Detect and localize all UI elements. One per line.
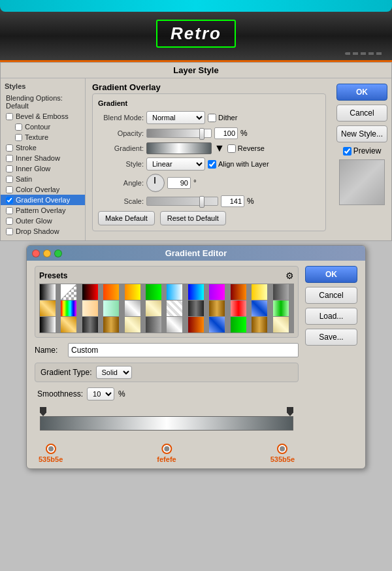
scale-input[interactable] xyxy=(221,195,244,207)
blend-mode-select[interactable]: Normal xyxy=(146,111,205,124)
preset-swatch[interactable] xyxy=(146,301,161,316)
color-overlay-checkbox[interactable] xyxy=(6,186,13,193)
angle-input[interactable] xyxy=(167,177,191,189)
ok-button[interactable]: OK xyxy=(336,84,387,101)
preset-swatch[interactable] xyxy=(167,317,182,333)
preset-swatch[interactable] xyxy=(103,284,119,300)
inner-shadow-checkbox[interactable] xyxy=(6,155,13,162)
preset-swatch[interactable] xyxy=(273,284,289,300)
scale-slider[interactable] xyxy=(146,197,218,206)
stroke-checkbox[interactable] xyxy=(6,144,13,152)
outer-glow-checkbox[interactable] xyxy=(6,218,13,225)
bevel-checkbox[interactable] xyxy=(6,113,13,120)
stop-icon-left[interactable] xyxy=(46,444,56,454)
preset-swatch[interactable] xyxy=(82,284,98,300)
smoothness-select[interactable]: 100 xyxy=(87,387,114,400)
style-select[interactable]: Linear xyxy=(146,157,205,171)
preset-swatch[interactable] xyxy=(252,317,267,333)
preset-swatch[interactable] xyxy=(209,301,225,316)
maximize-button[interactable] xyxy=(54,250,62,257)
top-stop-left[interactable] xyxy=(40,407,46,416)
preset-swatch[interactable] xyxy=(252,301,267,316)
sidebar-item-inner-glow[interactable]: Inner Glow xyxy=(1,163,85,174)
preset-swatch[interactable] xyxy=(209,317,225,333)
preview-checkbox[interactable] xyxy=(343,147,351,155)
preset-swatch[interactable] xyxy=(231,301,246,316)
preset-swatch[interactable] xyxy=(40,317,56,333)
ge-cancel-button[interactable]: Cancel xyxy=(305,287,357,304)
preset-swatch[interactable] xyxy=(252,284,267,300)
minimize-button[interactable] xyxy=(43,250,51,257)
sidebar-item-gradient-overlay[interactable]: Gradient Overlay xyxy=(1,195,85,205)
sidebar-item-color-overlay[interactable]: Color Overlay xyxy=(1,184,85,195)
preset-swatch[interactable] xyxy=(209,284,225,300)
name-input[interactable] xyxy=(68,343,299,357)
scale-thumb[interactable] xyxy=(199,196,204,208)
preset-swatch[interactable] xyxy=(61,301,76,316)
opacity-slider[interactable] xyxy=(146,129,212,138)
gradient-preview-swatch[interactable] xyxy=(146,142,212,154)
reverse-checkbox[interactable] xyxy=(227,144,236,153)
angle-dial[interactable] xyxy=(146,174,165,192)
preset-swatch[interactable] xyxy=(125,284,140,300)
preset-swatch[interactable] xyxy=(273,317,289,333)
preset-swatch[interactable] xyxy=(61,317,76,333)
satin-checkbox[interactable] xyxy=(6,176,13,183)
ge-save-button[interactable]: Save... xyxy=(305,329,357,346)
sidebar-item-contour[interactable]: Contour xyxy=(1,122,85,132)
preset-swatch[interactable] xyxy=(125,301,140,316)
color-stop-right[interactable]: 535b5e xyxy=(270,444,295,463)
stop-icon-mid[interactable] xyxy=(161,444,172,454)
ge-load-button[interactable]: Load... xyxy=(305,308,357,325)
preset-swatch[interactable] xyxy=(188,317,204,333)
color-stop-mid[interactable]: fefefe xyxy=(157,444,176,463)
sidebar-item-texture[interactable]: Texture xyxy=(1,132,85,142)
sidebar-item-outer-glow[interactable]: Outer Glow xyxy=(1,216,85,226)
inner-glow-checkbox[interactable] xyxy=(6,165,13,172)
sidebar-item-satin[interactable]: Satin xyxy=(1,174,85,184)
make-default-button[interactable]: Make Default xyxy=(98,211,155,225)
preset-swatch[interactable] xyxy=(40,301,56,316)
align-layer-checkbox[interactable] xyxy=(208,160,216,169)
sidebar-item-drop-shadow[interactable]: Drop Shadow xyxy=(1,226,85,237)
preset-swatch[interactable] xyxy=(167,284,182,300)
preset-swatch[interactable] xyxy=(82,301,98,316)
sidebar-item-inner-shadow[interactable]: Inner Shadow xyxy=(1,153,85,163)
gradient-dropdown-icon[interactable]: ▼ xyxy=(214,142,225,154)
dither-checkbox[interactable] xyxy=(208,114,216,122)
preset-swatch[interactable] xyxy=(146,317,161,333)
gradient-overlay-checkbox[interactable] xyxy=(6,197,13,204)
close-button[interactable] xyxy=(32,250,40,257)
preset-swatch[interactable] xyxy=(231,284,246,300)
ge-ok-button[interactable]: OK xyxy=(305,266,357,283)
preset-swatch[interactable] xyxy=(231,317,246,333)
contour-checkbox[interactable] xyxy=(15,123,22,131)
preset-swatch[interactable] xyxy=(188,301,204,316)
preset-swatch[interactable] xyxy=(167,301,182,316)
preset-swatch[interactable] xyxy=(188,284,204,300)
preset-swatch[interactable] xyxy=(103,317,119,333)
preset-swatch[interactable] xyxy=(40,284,56,300)
reset-default-button[interactable]: Reset to Default xyxy=(160,211,226,225)
drop-shadow-checkbox[interactable] xyxy=(6,228,13,235)
sidebar-item-pattern-overlay[interactable]: Pattern Overlay xyxy=(1,205,85,216)
opacity-thumb[interactable] xyxy=(199,128,204,140)
preset-swatch[interactable] xyxy=(61,284,76,300)
preset-swatch[interactable] xyxy=(82,317,98,333)
pattern-overlay-checkbox[interactable] xyxy=(6,207,13,214)
preset-swatch[interactable] xyxy=(273,301,289,316)
sidebar-item-bevel[interactable]: Bevel & Emboss xyxy=(1,111,85,122)
gradient-bar[interactable] xyxy=(40,416,293,431)
opacity-input[interactable] xyxy=(214,127,238,139)
gear-icon[interactable]: ⚙ xyxy=(286,270,294,281)
gradient-type-select[interactable]: Solid xyxy=(96,366,132,379)
sidebar-item-stroke[interactable]: Stroke xyxy=(1,142,85,153)
preset-swatch[interactable] xyxy=(146,284,161,300)
texture-checkbox[interactable] xyxy=(15,134,22,141)
color-stop-left[interactable]: 535b5e xyxy=(39,444,63,463)
stop-icon-right[interactable] xyxy=(277,444,287,454)
cancel-button[interactable]: Cancel xyxy=(336,105,387,122)
preset-swatch[interactable] xyxy=(103,301,119,316)
new-style-button[interactable]: New Style... xyxy=(336,125,387,142)
preset-swatch[interactable] xyxy=(125,317,140,333)
